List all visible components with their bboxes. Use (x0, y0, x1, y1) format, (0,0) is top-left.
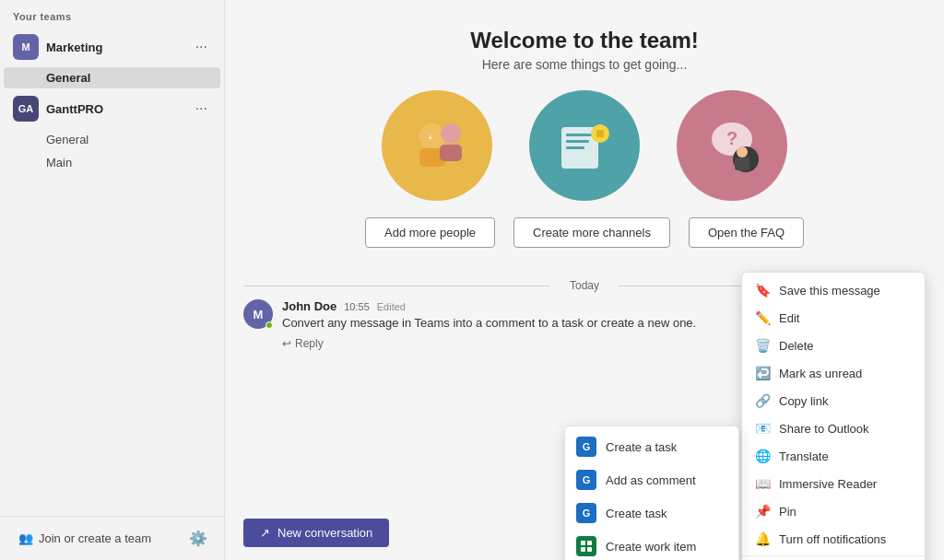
svg-point-2 (441, 123, 461, 144)
team-more-marketing[interactable]: ··· (192, 37, 211, 57)
mark-unread-label: Mark as unread (779, 367, 862, 380)
context-turn-off-notifications[interactable]: 🔔 Turn off notifications (742, 525, 925, 553)
delete-label: Delete (779, 339, 814, 353)
welcome-buttons: Add more people Create more channels Ope… (243, 217, 926, 248)
welcome-icons: + ? (243, 90, 926, 201)
turn-off-notifications-label: Turn off notifications (779, 532, 886, 546)
message-author: John Doe (282, 299, 336, 313)
delete-icon: 🗑️ (755, 338, 770, 353)
svg-rect-19 (587, 547, 592, 552)
context-menu: 🔖 Save this message ✏️ Edit 🗑️ Delete ↩️… (741, 272, 926, 560)
context-pin[interactable]: 📌 Pin (742, 497, 925, 525)
edit-icon: ✏️ (755, 310, 770, 325)
svg-rect-8 (566, 146, 584, 149)
team-item-ganttpro[interactable]: GA GanttPRO ··· (4, 90, 220, 127)
plugin-icon-gantt-1: G (576, 437, 596, 457)
plugin-create-task-label: Create a task (606, 440, 677, 454)
plugin-create-work-item[interactable]: Create work item (565, 530, 738, 560)
svg-rect-10 (596, 130, 604, 137)
sidebar-header: Your teams (0, 0, 224, 28)
welcome-icon-people: + (382, 90, 492, 201)
share-outlook-label: Share to Outlook (779, 422, 869, 436)
translate-label: Translate (779, 449, 829, 463)
avatar-online-dot (266, 321, 273, 329)
svg-rect-15 (735, 158, 749, 170)
context-copy-link[interactable]: 🔗 Copy link (742, 387, 925, 414)
mark-unread-icon: ↩️ (755, 366, 770, 380)
svg-text:+: + (428, 133, 433, 143)
welcome-area: Welcome to the team! Here are some thing… (225, 0, 944, 262)
pin-icon: 📌 (755, 504, 770, 519)
edit-label: Edit (779, 311, 799, 325)
svg-rect-7 (566, 140, 589, 143)
sidebar: Your teams M Marketing ··· General GA Ga… (0, 0, 225, 560)
message-edited: Edited (377, 301, 406, 312)
join-team-button[interactable]: 👥 Join or create a team (13, 528, 157, 549)
welcome-icon-faq: ? (677, 90, 787, 201)
svg-text:?: ? (726, 128, 738, 148)
pin-label: Pin (779, 505, 796, 519)
welcome-title: Welcome to the team! (243, 28, 926, 53)
plugin-create-task-2[interactable]: G Create task (565, 496, 738, 530)
reply-icon: ↩ (282, 337, 291, 350)
new-conversation-button[interactable]: ↗ New conversation (243, 519, 389, 547)
turn-off-notifications-icon: 🔔 (755, 531, 770, 546)
context-delete[interactable]: 🗑️ Delete (742, 332, 925, 359)
plugin-create-task-2-label: Create task (606, 507, 667, 520)
team-avatar-marketing: M (13, 34, 39, 60)
welcome-subtitle: Here are some things to get going... (243, 57, 926, 72)
team-name-marketing: Marketing (46, 41, 192, 54)
plugin-add-comment-label: Add as comment (606, 473, 696, 487)
save-message-label: Save this message (779, 284, 880, 298)
copy-link-icon: 🔗 (755, 393, 770, 408)
welcome-icon-channels (529, 90, 640, 201)
plugin-create-task[interactable]: G Create a task (565, 430, 738, 463)
context-immersive-reader[interactable]: 📖 Immersive Reader (742, 470, 925, 497)
open-faq-button[interactable]: Open the FAQ (689, 217, 804, 248)
channel-general-ganttpro[interactable]: General (4, 129, 220, 150)
channel-main-ganttpro[interactable]: Main (4, 152, 220, 173)
svg-point-14 (737, 146, 748, 158)
save-message-icon: 🔖 (755, 283, 770, 298)
new-conversation-label: New conversation (277, 526, 372, 540)
join-team-icon: 👥 (18, 531, 33, 545)
context-share-outlook[interactable]: 📧 Share to Outlook (742, 414, 925, 442)
plugin-icon-gantt-3: G (576, 503, 596, 523)
copy-link-label: Copy link (779, 394, 828, 408)
add-more-people-button[interactable]: Add more people (365, 217, 495, 248)
context-menu-divider (742, 555, 925, 556)
plugin-add-comment[interactable]: G Add as comment (565, 463, 738, 496)
settings-icon[interactable]: ⚙️ (185, 526, 211, 551)
context-save-message[interactable]: 🔖 Save this message (742, 276, 925, 304)
svg-rect-3 (440, 145, 462, 161)
team-avatar-ganttpro: GA (13, 96, 39, 122)
create-more-channels-button[interactable]: Create more channels (513, 217, 670, 248)
team-more-ganttpro[interactable]: ··· (192, 99, 211, 119)
message-time: 10:55 (344, 301, 370, 312)
svg-rect-17 (587, 541, 592, 545)
share-outlook-icon: 📧 (755, 421, 770, 436)
context-edit[interactable]: ✏️ Edit (742, 304, 925, 332)
plugin-menu: G Create a task G Add as comment G Creat… (564, 426, 739, 560)
team-name-ganttpro: GanttPRO (46, 102, 192, 116)
sidebar-bottom: 👥 Join or create a team ⚙️ (0, 516, 224, 560)
channel-general-marketing[interactable]: General (4, 67, 220, 88)
immersive-reader-label: Immersive Reader (779, 477, 877, 491)
svg-rect-18 (581, 547, 585, 552)
plugin-icon-green (576, 536, 596, 556)
translate-icon: 🌐 (755, 449, 770, 463)
join-team-label: Join or create a team (39, 531, 151, 545)
new-conversation-icon: ↗ (260, 526, 270, 540)
svg-rect-6 (566, 134, 594, 136)
context-translate[interactable]: 🌐 Translate (742, 442, 925, 470)
team-item-marketing[interactable]: M Marketing ··· (4, 29, 220, 65)
immersive-reader-icon: 📖 (755, 476, 770, 491)
message-avatar: M (243, 299, 273, 329)
reply-label: Reply (295, 337, 324, 350)
context-mark-unread[interactable]: ↩️ Mark as unread (742, 359, 925, 387)
plugin-create-work-item-label: Create work item (606, 540, 696, 554)
main-content: Welcome to the team! Here are some thing… (225, 0, 944, 560)
plugin-icon-gantt-2: G (576, 470, 596, 490)
svg-rect-16 (581, 541, 585, 545)
